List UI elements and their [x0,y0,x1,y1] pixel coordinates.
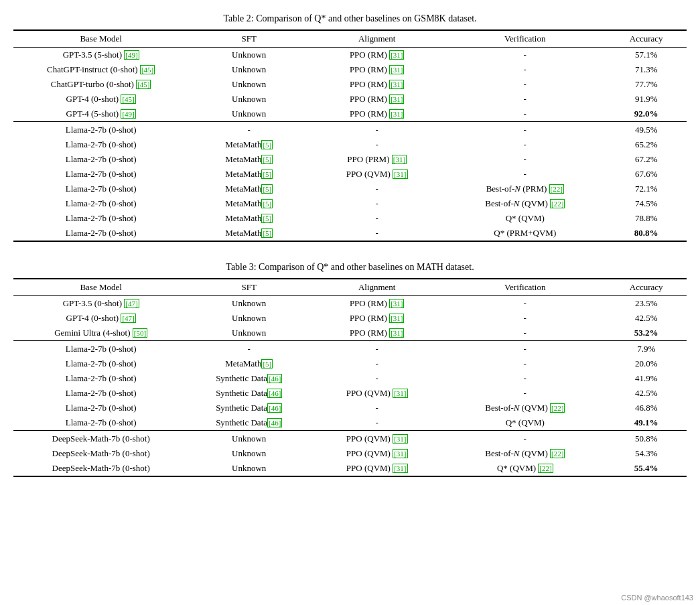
table2-header-verification: Verification [444,30,606,48]
table2: Base Model SFT Alignment Verification Ac… [13,29,687,242]
table-row: Llama-2-7b (0-shot) MetaMath[5] - - 20.0… [13,356,687,371]
table-row: Llama-2-7b (0-shot) - - - 7.9% [13,341,687,357]
table3-title: Table 3: Comparison of Q* and other base… [13,262,687,273]
table3-header-accuracy: Accuracy [606,279,687,296]
table2-title: Table 2: Comparison of Q* and other base… [13,13,687,24]
table-row: Llama-2-7b (0-shot) MetaMath[5] - Best-o… [13,182,687,196]
table2-header-accuracy: Accuracy [606,30,687,48]
table3-header-sft: SFT [188,279,309,296]
table3: Base Model SFT Alignment Verification Ac… [13,278,687,477]
table-row: GPT-3.5 (0-shot) [47] Unknown PPO (RM) [… [13,296,687,312]
table2-header-sft: SFT [188,30,309,48]
table-row: Llama-2-7b (0-shot) MetaMath[5] - - 65.2… [13,137,687,152]
table-row: DeepSeek-Math-7b (0-shot) Unknown PPO (Q… [13,446,687,461]
page-container: Table 2: Comparison of Q* and other base… [13,13,687,477]
table-row: GPT-4 (5-shot) [49] Unknown PPO (RM) [31… [13,107,687,122]
table-row: Llama-2-7b (0-shot) MetaMath[5] - Q* (PR… [13,226,687,241]
table-row: GPT-4 (0-shot) [45] Unknown PPO (RM) [31… [13,92,687,107]
table-row: GPT-4 (0-shot) [47] Unknown PPO (RM) [31… [13,311,687,326]
table-row: ChatGPT-instruct (0-shot) [45] Unknown P… [13,62,687,77]
table-row: Llama-2-7b (0-shot) Synthetic Data[46] -… [13,371,687,386]
table-row: Llama-2-7b (0-shot) Synthetic Data[46] -… [13,401,687,415]
table3-header-alignment: Alignment [309,279,444,296]
table-row: GPT-3.5 (5-shot) [49] Unknown PPO (RM) [… [13,48,687,63]
table-row: Llama-2-7b (0-shot) Synthetic Data[46] P… [13,386,687,401]
table-row: Llama-2-7b (0-shot) - - - 49.5% [13,122,687,138]
table-row: DeepSeek-Math-7b (0-shot) Unknown PPO (Q… [13,461,687,476]
table-row: Llama-2-7b (0-shot) MetaMath[5] - Q* (QV… [13,211,687,226]
table-row: Llama-2-7b (0-shot) Synthetic Data[46] -… [13,415,687,431]
table2-header-alignment: Alignment [309,30,444,48]
table-row: Llama-2-7b (0-shot) MetaMath[5] PPO (QVM… [13,167,687,182]
table-row: Llama-2-7b (0-shot) MetaMath[5] - Best-o… [13,196,687,211]
table-row: DeepSeek-Math-7b (0-shot) Unknown PPO (Q… [13,431,687,447]
table3-header-verification: Verification [444,279,606,296]
table2-header-basemodel: Base Model [13,30,188,48]
table-row: Llama-2-7b (0-shot) MetaMath[5] PPO (PRM… [13,152,687,167]
table-row: ChatGPT-turbo (0-shot) [45] Unknown PPO … [13,77,687,92]
table3-header-basemodel: Base Model [13,279,188,296]
table-row: Gemini Ultra (4-shot) [50] Unknown PPO (… [13,326,687,341]
